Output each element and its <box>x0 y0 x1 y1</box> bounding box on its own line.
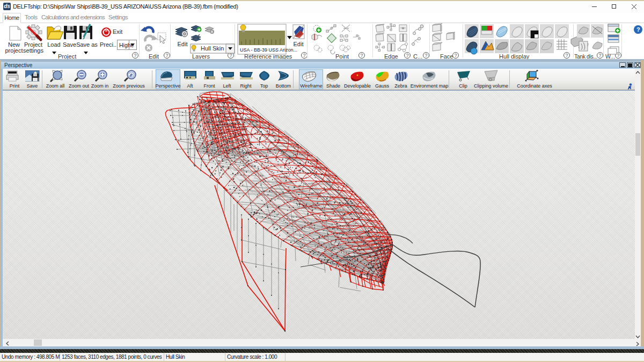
svg-text:USA - BB-39 USS Arizon...: USA - BB-39 USS Arizon... <box>240 47 297 53</box>
svg-text:?: ? <box>636 26 640 33</box>
